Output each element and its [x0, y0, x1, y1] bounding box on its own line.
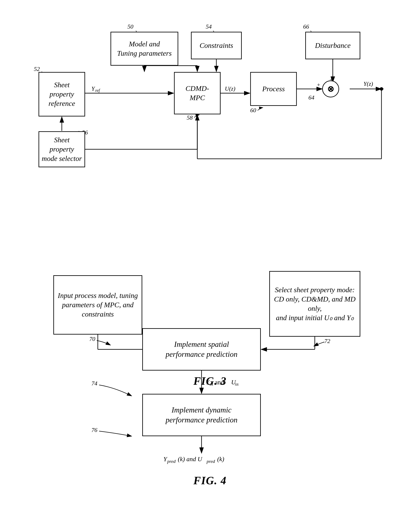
page: + + Y ref U(z) D(z) Y(z) 50 54: [0, 0, 420, 523]
svg-text:52: 52: [34, 66, 40, 72]
svg-text:(k) and U: (k) and U: [178, 456, 202, 463]
input-process-model-box: Input process model, tuning parameters o…: [53, 275, 142, 335]
fig3-container: + + Y ref U(z) D(z) Y(z) 50 54: [17, 13, 403, 246]
svg-text:60: 60: [250, 107, 256, 114]
svg-text:Y: Y: [206, 379, 210, 386]
svg-text:and: and: [215, 379, 224, 386]
svg-text:pred: pred: [167, 459, 176, 464]
svg-text:50: 50: [128, 23, 133, 30]
implement-spatial-prediction-box: Implement spatial performance prediction: [142, 328, 261, 371]
implement-dynamic-prediction-box: Implement dynamic performance prediction: [142, 394, 261, 436]
cdmd-mpc-box: CDMD- MPC: [174, 72, 221, 114]
fig4-label: FIG. 4: [17, 474, 403, 487]
svg-text:58: 58: [187, 114, 193, 121]
svg-text:54: 54: [206, 23, 212, 30]
disturbance-box: Disturbance: [305, 32, 360, 59]
sheet-property-reference-box: Sheet property reference: [39, 72, 85, 116]
fig4-container: 70 72 74 76 Y ss and U ss Y pred: [17, 258, 403, 502]
svg-text:pred: pred: [206, 459, 215, 464]
svg-text:ss: ss: [235, 381, 239, 387]
fig4-diagram: 70 72 74 76 Y ss and U ss Y pred: [41, 258, 379, 470]
svg-text:70: 70: [89, 336, 95, 342]
svg-text:72: 72: [324, 338, 330, 344]
svg-text:+: +: [317, 82, 320, 88]
svg-text:Y(z): Y(z): [363, 81, 373, 87]
sheet-property-mode-selector-box: Sheet property mode selector: [39, 131, 85, 167]
svg-text:66: 66: [303, 23, 309, 30]
model-tuning-box: Model and Tuning parameters: [111, 32, 178, 66]
svg-text:Y: Y: [91, 85, 96, 92]
svg-text:ss: ss: [210, 381, 213, 387]
svg-text:U(z): U(z): [225, 85, 235, 92]
process-box: Process: [250, 72, 297, 106]
svg-text:U: U: [231, 379, 236, 386]
fig3-diagram: + + Y ref U(z) D(z) Y(z) 50 54: [30, 19, 390, 199]
summing-junction: ⊗: [322, 81, 339, 98]
svg-text:ref: ref: [95, 88, 100, 93]
constraints-box: Constraints: [191, 32, 242, 59]
svg-text:(k): (k): [217, 456, 224, 463]
svg-text:Y: Y: [163, 456, 168, 462]
select-sheet-property-box: Select sheet property mode: CD only, CD&…: [269, 271, 360, 337]
svg-text:74: 74: [91, 380, 97, 387]
svg-point-12: [380, 87, 383, 91]
svg-text:76: 76: [91, 427, 97, 433]
svg-text:64: 64: [308, 94, 314, 101]
